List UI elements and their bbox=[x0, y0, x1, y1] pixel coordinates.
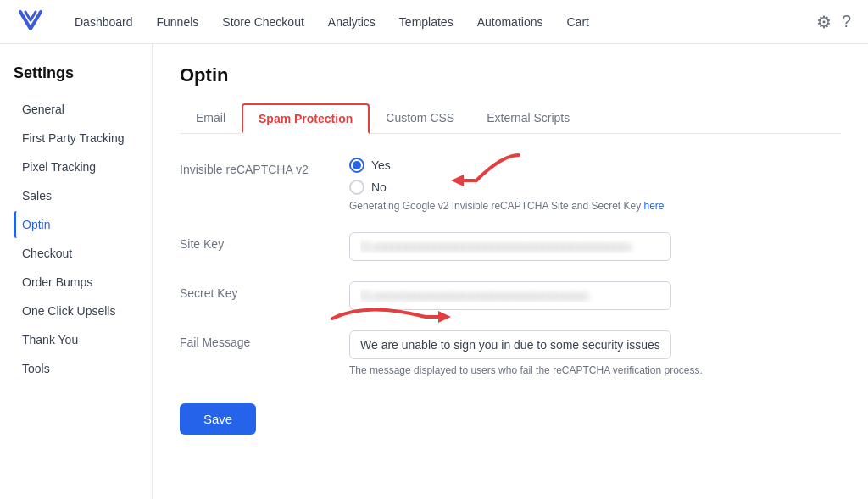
recaptcha-radio-group: Yes No bbox=[349, 158, 841, 195]
nav-item-automations[interactable]: Automations bbox=[467, 10, 554, 34]
nav-right: ⚙ ? bbox=[816, 12, 851, 32]
nav-item-cart[interactable]: Cart bbox=[556, 10, 598, 34]
help-icon[interactable]: ? bbox=[842, 12, 851, 31]
recaptcha-help-text: Generating Google v2 Invisible reCAPTCHA… bbox=[349, 200, 841, 212]
recaptcha-row: Invisible reCAPTCHA v2 Yes No Genera bbox=[180, 158, 841, 212]
fail-message-help: The message displayed to users who fail … bbox=[349, 364, 841, 376]
sidebar-item-tools[interactable]: Tools bbox=[14, 355, 138, 382]
radio-yes-label: Yes bbox=[371, 158, 391, 172]
secret-key-control bbox=[349, 281, 841, 310]
fail-message-row: Fail Message The message displayed to us… bbox=[180, 330, 841, 376]
nav-item-funnels[interactable]: Funnels bbox=[147, 10, 209, 34]
help-link[interactable]: here bbox=[644, 200, 665, 212]
save-row: Save bbox=[180, 396, 841, 435]
site-key-row: Site Key bbox=[180, 232, 841, 261]
page-title: Optin bbox=[180, 64, 841, 86]
sidebar-item-checkout[interactable]: Checkout bbox=[14, 240, 138, 267]
svg-marker-1 bbox=[438, 311, 451, 323]
nav-item-templates[interactable]: Templates bbox=[389, 10, 464, 34]
fail-message-label: Fail Message bbox=[180, 330, 349, 349]
site-key-control bbox=[349, 232, 841, 261]
logo[interactable] bbox=[17, 7, 44, 36]
fail-message-input[interactable] bbox=[349, 330, 671, 359]
nav-items: Dashboard Funnels Store Checkout Analyti… bbox=[64, 10, 816, 34]
top-nav: Dashboard Funnels Store Checkout Analyti… bbox=[0, 0, 868, 44]
form-container: Invisible reCAPTCHA v2 Yes No Genera bbox=[180, 158, 841, 435]
radio-yes[interactable]: Yes bbox=[349, 158, 841, 173]
site-key-label: Site Key bbox=[180, 232, 349, 251]
nav-item-dashboard[interactable]: Dashboard bbox=[64, 10, 143, 34]
sidebar-item-pixel-tracking[interactable]: Pixel Tracking bbox=[14, 153, 138, 180]
sidebar-item-general[interactable]: General bbox=[14, 96, 138, 123]
recaptcha-label: Invisible reCAPTCHA v2 bbox=[180, 158, 349, 176]
tab-external-scripts[interactable]: External Scripts bbox=[470, 103, 586, 134]
tab-email[interactable]: Email bbox=[180, 103, 242, 134]
radio-yes-circle bbox=[349, 158, 364, 173]
radio-no-label: No bbox=[371, 180, 387, 194]
sidebar-title: Settings bbox=[14, 64, 138, 82]
secret-key-row: Secret Key bbox=[180, 281, 841, 310]
settings-icon[interactable]: ⚙ bbox=[816, 12, 832, 32]
sidebar-item-one-click-upsells[interactable]: One Click Upsells bbox=[14, 297, 138, 324]
secret-key-label: Secret Key bbox=[180, 281, 349, 300]
sidebar-item-thank-you[interactable]: Thank You bbox=[14, 326, 138, 353]
sidebar: Settings General First Party Tracking Pi… bbox=[0, 44, 153, 499]
site-key-input[interactable] bbox=[349, 232, 671, 261]
tab-spam-protection[interactable]: Spam Protection bbox=[242, 103, 370, 134]
fail-message-control: The message displayed to users who fail … bbox=[349, 330, 841, 376]
nav-item-store-checkout[interactable]: Store Checkout bbox=[212, 10, 314, 34]
nav-item-analytics[interactable]: Analytics bbox=[318, 10, 386, 34]
sidebar-item-order-bumps[interactable]: Order Bumps bbox=[14, 269, 138, 296]
sidebar-item-first-party-tracking[interactable]: First Party Tracking bbox=[14, 125, 138, 152]
main-layout: Settings General First Party Tracking Pi… bbox=[0, 44, 868, 499]
tabs: Email Spam Protection Custom CSS Externa… bbox=[180, 103, 841, 134]
save-button[interactable]: Save bbox=[180, 403, 256, 435]
secret-key-input[interactable] bbox=[349, 281, 671, 310]
radio-no[interactable]: No bbox=[349, 180, 841, 195]
sidebar-item-sales[interactable]: Sales bbox=[14, 182, 138, 209]
radio-no-circle bbox=[349, 180, 364, 195]
main-content: Optin Email Spam Protection Custom CSS E… bbox=[153, 44, 868, 499]
sidebar-item-optin[interactable]: Optin bbox=[14, 211, 138, 238]
recaptcha-control: Yes No Generating Google v2 Invisible re… bbox=[349, 158, 841, 212]
tab-custom-css[interactable]: Custom CSS bbox=[370, 103, 470, 134]
